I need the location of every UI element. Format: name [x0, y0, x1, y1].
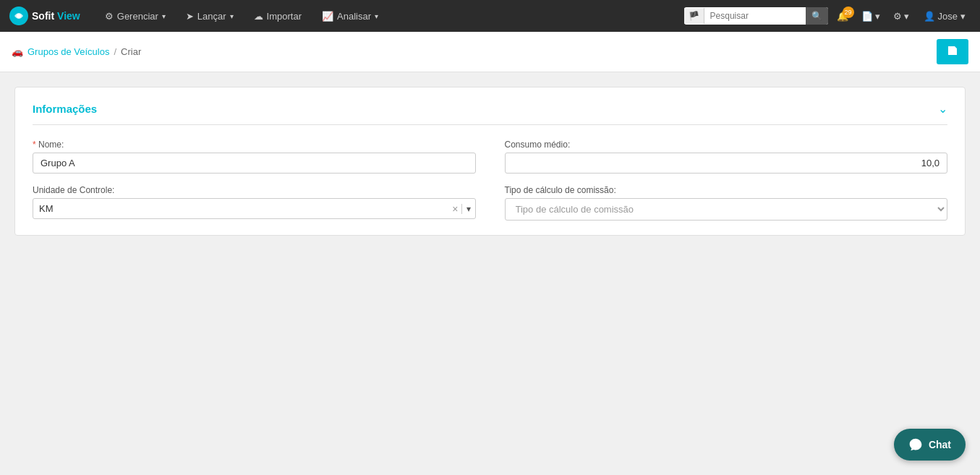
collapse-button[interactable]: ⌄ [938, 102, 947, 116]
tipo-label: Tipo de cálculo de comissão: [505, 185, 948, 195]
card-header: Informações ⌄ [33, 102, 947, 125]
form-grid: * Nome: Consumo médio: Unidade de Contro… [33, 140, 947, 221]
arrow-icon: ➤ [186, 11, 194, 22]
chat-bubble-icon [908, 437, 923, 452]
nome-label: * Nome: [33, 140, 476, 150]
chart-icon: 📈 [322, 11, 333, 22]
chevron-down-icon: ▾ [375, 12, 378, 20]
save-icon [947, 45, 958, 56]
info-card: Informações ⌄ * Nome: Consumo médio: Uni… [14, 87, 966, 236]
unidade-dropdown-button[interactable]: ▾ [461, 204, 475, 214]
save-button[interactable] [937, 39, 968, 64]
unidade-select-wrapper: KM × ▾ [33, 198, 476, 219]
chevron-down-icon: ▾ [875, 11, 880, 22]
breadcrumb-bar: 🚗 Grupos de Veículos / Criar [0, 32, 980, 72]
nav-gerenciar-label: Gerenciar [117, 11, 158, 22]
chevron-down-icon: ▾ [230, 12, 234, 20]
consumo-input[interactable] [505, 153, 948, 174]
nav-lancar-label: Lançar [197, 11, 226, 22]
unidade-selected-value: KM [33, 199, 449, 218]
nav-analisar-label: Analisar [337, 11, 371, 22]
flag-icon: 🏴 [684, 8, 704, 24]
nav-gerenciar[interactable]: ⚙ Gerenciar ▾ [98, 7, 173, 26]
brand-sofit-text: Sofit [32, 10, 54, 22]
breadcrumb-link[interactable]: Grupos de Veículos [27, 46, 109, 57]
notification-badge: 29 [843, 7, 854, 18]
brand-view-text: View [57, 10, 80, 22]
user-icon: 👤 [924, 11, 935, 22]
chat-button[interactable]: Chat [894, 429, 966, 461]
user-menu[interactable]: 👤 Jose ▾ [918, 8, 971, 25]
svg-point-1 [17, 14, 21, 18]
truck-icon: 🚗 [12, 46, 23, 57]
nome-input[interactable] [33, 153, 476, 174]
search-box: 🏴 🔍 [684, 7, 828, 25]
user-name: Jose [938, 11, 958, 22]
nav-importar[interactable]: ☁ Importar [247, 7, 309, 26]
chat-label: Chat [929, 439, 951, 450]
tipo-select[interactable]: Tipo de cálculo de comissão [505, 198, 948, 221]
nav-lancar[interactable]: ➤ Lançar ▾ [179, 7, 241, 26]
unidade-group: Unidade de Controle: KM × ▾ [33, 185, 476, 221]
search-input[interactable] [704, 8, 806, 24]
notifications-button[interactable]: 🔔 29 [832, 8, 853, 25]
brand-logo-icon [9, 6, 29, 26]
tipo-group: Tipo de cálculo de comissão: Tipo de cál… [505, 185, 948, 221]
chevron-down-icon: ▾ [162, 12, 166, 20]
document-icon: 📄 [861, 11, 873, 22]
navbar-right: 🏴 🔍 🔔 29 📄 ▾ ⚙ ▾ 👤 Jose ▾ [684, 7, 971, 25]
nav-analisar[interactable]: 📈 Analisar ▾ [315, 7, 385, 26]
gear-icon: ⚙ [105, 11, 114, 22]
search-button[interactable]: 🔍 [806, 7, 828, 25]
breadcrumb-current: Criar [121, 46, 141, 57]
chevron-down-icon: ▾ [904, 11, 909, 22]
card-title: Informações [33, 103, 97, 115]
cloud-icon: ☁ [254, 11, 263, 22]
nome-group: * Nome: [33, 140, 476, 174]
navbar: SofitView ⚙ Gerenciar ▾ ➤ Lançar ▾ ☁ Imp… [0, 0, 980, 32]
unidade-clear-button[interactable]: × [449, 203, 461, 215]
consumo-label: Consumo médio: [505, 140, 948, 150]
brand: SofitView [9, 6, 80, 26]
cog-icon: ⚙ [893, 11, 902, 22]
breadcrumb-separator: / [114, 46, 116, 57]
nome-label-text: Nome: [38, 140, 64, 150]
document-button[interactable]: 📄 ▾ [857, 8, 885, 25]
consumo-group: Consumo médio: [505, 140, 948, 174]
chevron-down-icon: ▾ [960, 11, 966, 22]
settings-button[interactable]: ⚙ ▾ [889, 8, 913, 25]
unidade-label: Unidade de Controle: [33, 185, 476, 195]
nav-importar-label: Importar [267, 11, 302, 22]
required-star: * [33, 140, 36, 150]
main-content: Informações ⌄ * Nome: Consumo médio: Uni… [0, 72, 980, 250]
